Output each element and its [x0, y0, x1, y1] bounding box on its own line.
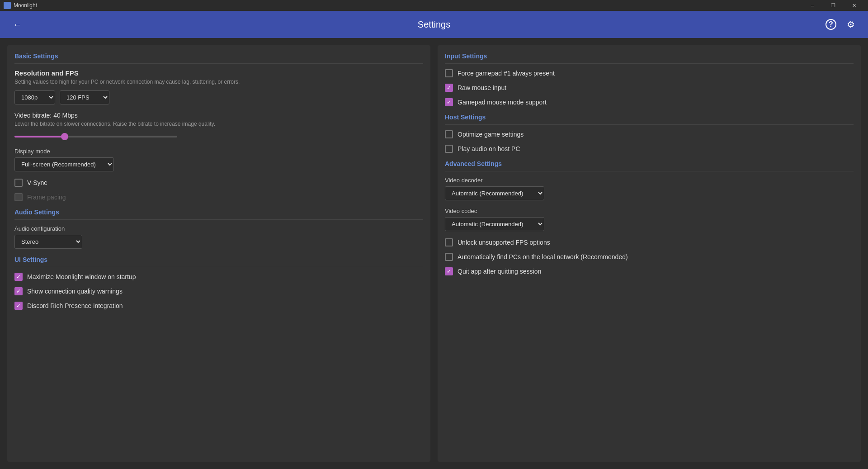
show-connection-quality-checkbox[interactable]: ✓ [14, 287, 23, 295]
bitrate-label: Video bitrate: 40 Mbps [14, 112, 423, 119]
advanced-settings-section: Advanced Settings Video decoder Automati… [445, 160, 854, 275]
restore-button[interactable]: ❐ [823, 0, 844, 11]
header: ← Settings ? ⚙ [0, 11, 868, 38]
play-audio-on-host-row[interactable]: Play audio on host PC [445, 145, 854, 153]
maximize-moonlight-checkmark: ✓ [16, 274, 21, 280]
gear-icon: ⚙ [847, 19, 855, 30]
audio-config-label: Audio configuration [14, 225, 423, 232]
bitrate-desc: Lower the bitrate on slower connections.… [14, 121, 423, 127]
raw-mouse-input-checkmark: ✓ [447, 85, 451, 90]
audio-settings-header: Audio Settings [14, 208, 423, 220]
video-decoder-field: Video decoder Automatic (Recommended) So… [445, 177, 854, 208]
video-decoder-select[interactable]: Automatic (Recommended) Software Hardwar… [445, 186, 544, 200]
close-button[interactable]: ✕ [844, 0, 864, 11]
unlock-fps-checkbox[interactable] [445, 238, 453, 246]
content-area: Basic Settings Resolution and FPS Settin… [0, 38, 868, 469]
play-audio-on-host-checkbox[interactable] [445, 145, 453, 153]
force-gamepad-label: Force gamepad #1 always present [458, 70, 555, 77]
fps-select[interactable]: 30 FPS 60 FPS 120 FPS Custom [60, 90, 109, 104]
resolution-fps-title: Resolution and FPS [14, 69, 423, 77]
display-mode-section: Display mode Full-screen (Recommended) W… [14, 148, 423, 171]
optimize-game-settings-checkbox[interactable] [445, 130, 453, 138]
vsync-checkbox[interactable] [14, 179, 23, 187]
maximize-moonlight-checkbox[interactable]: ✓ [14, 273, 23, 281]
quit-app-checkmark: ✓ [447, 269, 451, 274]
resolution-fps-desc: Setting values too high for your PC or n… [14, 79, 423, 85]
video-codec-select[interactable]: Automatic (Recommended) H.264 HEVC AV1 [445, 217, 544, 231]
maximize-moonlight-label: Maximize Moonlight window on startup [27, 273, 136, 280]
window-controls: – ❐ ✕ [802, 0, 864, 11]
unlock-fps-label: Unlock unsupported FPS options [458, 239, 550, 246]
video-codec-field: Video codec Automatic (Recommended) H.26… [445, 208, 854, 238]
page-title: Settings [418, 19, 450, 30]
raw-mouse-input-row[interactable]: ✓ Raw mouse input [445, 84, 854, 92]
app-icon [4, 2, 11, 9]
left-panel: Basic Settings Resolution and FPS Settin… [7, 45, 430, 462]
unlock-fps-row[interactable]: Unlock unsupported FPS options [445, 238, 854, 246]
ui-settings-header: UI Settings [14, 256, 423, 267]
video-decoder-label: Video decoder [445, 177, 854, 184]
titlebar: Moonlight – ❐ ✕ [0, 0, 868, 11]
audio-settings-section: Audio Settings Audio configuration Stere… [14, 208, 423, 249]
back-icon: ← [13, 19, 22, 30]
quit-app-label: Quit app after quitting session [458, 268, 541, 275]
quit-app-row[interactable]: ✓ Quit app after quitting session [445, 267, 854, 275]
host-settings-header: Host Settings [445, 114, 854, 125]
video-bitrate-section: Video bitrate: 40 Mbps Lower the bitrate… [14, 112, 423, 139]
gamepad-mouse-mode-checkbox[interactable]: ✓ [445, 98, 453, 106]
input-settings-section: Input Settings Force gamepad #1 always p… [445, 52, 854, 106]
show-connection-quality-label: Show connection quality warnings [27, 288, 123, 295]
frame-pacing-checkbox [14, 193, 23, 201]
force-gamepad-row[interactable]: Force gamepad #1 always present [445, 69, 854, 77]
back-button[interactable]: ← [9, 16, 25, 33]
frame-pacing-row: Frame pacing [14, 193, 423, 201]
gamepad-mouse-mode-checkmark: ✓ [447, 99, 451, 105]
auto-find-pcs-row[interactable]: Automatically find PCs on the local netw… [445, 253, 854, 261]
minimize-button[interactable]: – [802, 0, 823, 11]
input-settings-header: Input Settings [445, 52, 854, 64]
bitrate-slider[interactable] [14, 136, 177, 137]
help-button[interactable]: ? [823, 16, 839, 33]
quit-app-checkbox[interactable]: ✓ [445, 267, 453, 275]
audio-config-select[interactable]: Stereo 5.1 surround 7.1 surround [14, 235, 82, 249]
basic-settings-header: Basic Settings [14, 52, 423, 64]
optimize-game-settings-row[interactable]: Optimize game settings [445, 130, 854, 138]
vsync-row[interactable]: V-Sync [14, 179, 423, 187]
discord-rich-presence-row[interactable]: ✓ Discord Rich Presence integration [14, 302, 423, 310]
raw-mouse-input-checkbox[interactable]: ✓ [445, 84, 453, 92]
right-panel: Input Settings Force gamepad #1 always p… [438, 45, 861, 462]
host-settings-section: Host Settings Optimize game settings Pla… [445, 114, 854, 153]
auto-find-pcs-label: Automatically find PCs on the local netw… [458, 253, 628, 261]
resolution-fps-row: 720p 1080p 1440p 4K 30 FPS 60 FPS 120 FP… [14, 90, 423, 104]
discord-rich-presence-checkmark: ✓ [16, 303, 21, 308]
display-mode-select[interactable]: Full-screen (Recommended) Windowed Borde… [14, 157, 114, 171]
header-actions: ? ⚙ [823, 16, 859, 33]
video-codec-label: Video codec [445, 208, 854, 214]
resolution-select[interactable]: 720p 1080p 1440p 4K [14, 90, 55, 104]
app-name: Moonlight [14, 2, 37, 9]
raw-mouse-input-label: Raw mouse input [458, 84, 506, 91]
vsync-label: V-Sync [27, 179, 47, 186]
show-connection-quality-row[interactable]: ✓ Show connection quality warnings [14, 287, 423, 295]
help-icon: ? [826, 19, 836, 30]
advanced-settings-header: Advanced Settings [445, 160, 854, 171]
show-connection-quality-checkmark: ✓ [16, 289, 21, 294]
force-gamepad-checkbox[interactable] [445, 69, 453, 77]
discord-rich-presence-checkbox[interactable]: ✓ [14, 302, 23, 310]
auto-find-pcs-checkbox[interactable] [445, 253, 453, 261]
resolution-fps-section: Resolution and FPS Setting values too hi… [14, 69, 423, 104]
maximize-moonlight-row[interactable]: ✓ Maximize Moonlight window on startup [14, 273, 423, 281]
discord-rich-presence-label: Discord Rich Presence integration [27, 302, 123, 309]
ui-settings-section: UI Settings ✓ Maximize Moonlight window … [14, 256, 423, 310]
settings-button[interactable]: ⚙ [843, 16, 859, 33]
display-mode-label: Display mode [14, 148, 423, 155]
gamepad-mouse-mode-label: Gamepad mouse mode support [458, 99, 547, 106]
frame-pacing-label: Frame pacing [27, 194, 66, 201]
optimize-game-settings-label: Optimize game settings [458, 131, 524, 138]
gamepad-mouse-mode-row[interactable]: ✓ Gamepad mouse mode support [445, 98, 854, 106]
play-audio-on-host-label: Play audio on host PC [458, 145, 520, 152]
